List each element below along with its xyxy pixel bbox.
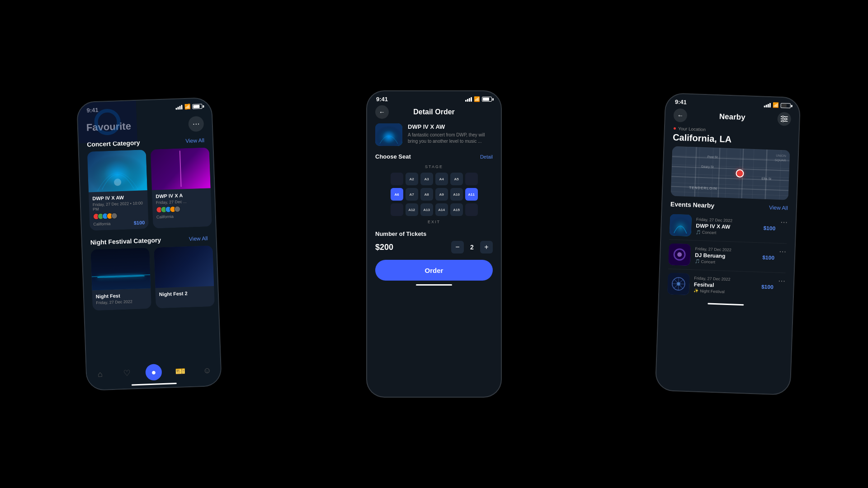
phone-detail-screen: 9:41 📶 ← Detail Order [367, 91, 501, 397]
event-card-2-info: DWP IV X A Friday, 27 Dec ... California [152, 188, 212, 223]
order-button[interactable]: Order [375, 260, 493, 281]
nearby-event-2[interactable]: Friday, 27 Dec 2022 DJ Beruang 🎵 Concert… [660, 239, 795, 273]
seat-A13[interactable]: A13 [420, 203, 433, 216]
seat-A9[interactable]: A9 [435, 188, 448, 201]
seat-r3-6 [465, 203, 478, 216]
map-street-post [672, 156, 790, 161]
concert-icon-1: 🎵 [696, 230, 701, 235]
nav-home[interactable]: ⌂ [92, 366, 108, 382]
preview-info: DWP IV X AW A fantastic concert from DWP… [408, 123, 493, 145]
svg-rect-18 [670, 214, 692, 237]
signal-bar-11 [768, 103, 769, 107]
map-union-label: UNION [775, 154, 786, 159]
event-card-1-price: $100 [134, 220, 145, 225]
signal-bar-3 [179, 106, 180, 109]
nearby-event-1-img-bg [670, 214, 692, 237]
nearby-event-3[interactable]: Friday, 27 Dec 2022 Fesitval ✨ Night Fes… [659, 269, 794, 302]
seat-A10[interactable]: A10 [450, 188, 463, 201]
seat-A8[interactable]: A8 [420, 188, 433, 201]
filter-button[interactable] [777, 112, 791, 126]
back-button[interactable]: ← [375, 105, 389, 119]
signal-bar-8 [471, 97, 472, 102]
svg-point-14 [782, 116, 784, 117]
nearby-event-3-more[interactable]: ⋯ [778, 277, 786, 286]
nav-favourite[interactable]: ♡ [118, 365, 135, 381]
signal-bar-12 [769, 103, 771, 108]
seat-A7[interactable]: A7 [406, 188, 418, 201]
signal-bar-4 [181, 105, 182, 109]
night-card-2[interactable]: Night Fest 2 [154, 245, 215, 308]
events-nearby-view-all[interactable]: View All [769, 204, 788, 211]
status-icons-3: 📶 [764, 102, 791, 109]
map-label-ellis: Ellis St [762, 177, 772, 180]
svg-point-16 [782, 120, 783, 122]
night-festival-icon: ✨ [693, 288, 698, 293]
seat-A11[interactable]: A11 [465, 188, 478, 201]
preview-name: DWP IV X AW [408, 123, 493, 130]
decrement-button[interactable]: − [451, 241, 464, 253]
nearby-back-button[interactable]: ← [673, 108, 687, 122]
event-preview: DWP IV X AW A fantastic concert from DWP… [367, 120, 501, 150]
svg-point-1 [114, 178, 122, 186]
nearby-event-2-price: $100 [762, 254, 774, 261]
battery-icon-2 [482, 97, 492, 102]
avatar-5 [111, 212, 118, 219]
night-card-1-name: Night Fest [96, 292, 147, 299]
seat-A2[interactable]: A2 [406, 173, 418, 185]
location-label-text: Your Location [678, 126, 706, 132]
map-label-post: Post St [708, 155, 718, 159]
seat-A6[interactable]: A6 [391, 188, 403, 201]
nearby-event-2-more[interactable]: ⋯ [779, 247, 787, 256]
avatar-10 [174, 206, 180, 212]
nearby-event-1-more[interactable]: ⋯ [780, 218, 788, 227]
seat-row-1: A2 A3 A4 A5 [391, 173, 478, 185]
seat-A3[interactable]: A3 [420, 173, 433, 185]
seat-A5[interactable]: A5 [450, 173, 463, 185]
battery-icon [192, 104, 202, 109]
seat-A15[interactable]: A15 [450, 203, 463, 216]
ticket-label: Number of Tickets [375, 230, 493, 237]
night-card-2-name: Night Fest 2 [159, 290, 211, 297]
battery-icon-3 [781, 103, 791, 108]
event-card-1-image [87, 150, 147, 192]
event-card-1[interactable]: DWP IV X AW Friday, 27 Dec 2022 • 10:00 … [87, 150, 149, 230]
detail-link[interactable]: Detail [480, 154, 493, 160]
scene: 9:41 📶 Favourite ⋯ [0, 0, 868, 488]
increment-button[interactable]: + [480, 241, 493, 253]
nearby-event-3-price: $100 [761, 284, 774, 291]
nearby-event-1[interactable]: Friday, 27 Dec 2022 DWP IV X AW 🎵 Concer… [661, 210, 796, 244]
night-card-2-info: Night Fest 2 [155, 286, 214, 302]
events-nearby-title: Events Nearby [670, 201, 715, 209]
nearby-event-3-image [667, 272, 690, 295]
status-icons-2: 📶 [465, 96, 492, 102]
seat-A12[interactable]: A12 [406, 203, 418, 216]
map-top-right: UNION SQUAR [774, 154, 786, 163]
event-card-1-avatars [93, 211, 145, 220]
night-cards: Night Fest Friday, 27 Dec 2022 Night Fes… [82, 245, 218, 311]
exit-label: EXIT [375, 220, 493, 224]
nav-tickets[interactable]: 🎫 [172, 363, 189, 380]
status-time-2: 9:41 [376, 96, 388, 103]
seat-A4[interactable]: A4 [435, 173, 448, 185]
seat-grid: A2 A3 A4 A5 A6 A7 A8 A9 A10 A11 [375, 173, 493, 216]
signal-bar-6 [467, 99, 468, 102]
dots-button[interactable]: ⋯ [188, 116, 204, 132]
svg-rect-4 [90, 248, 151, 290]
svg-point-15 [785, 118, 787, 120]
map-container[interactable]: Post St Geary St Ellis St TENDERLOIN UNI… [671, 146, 790, 200]
nearby-event-2-info: Friday, 27 Dec 2022 DJ Beruang 🎵 Concert [694, 246, 758, 266]
night-view-all[interactable]: View All [189, 235, 208, 242]
battery-fill-3 [782, 104, 787, 107]
nearby-title: Nearby [719, 112, 745, 122]
nearby-event-3-info: Friday, 27 Dec 2022 Fesitval ✨ Night Fes… [693, 276, 757, 295]
nav-profile[interactable]: ☺ [199, 362, 216, 379]
nearby-event-2-img-bg [668, 243, 691, 266]
event-card-2[interactable]: DWP IV X A Friday, 27 Dec ... California [151, 147, 212, 228]
battery-fill-2 [483, 98, 489, 101]
concert-view-all[interactable]: View All [185, 137, 204, 144]
night-card-1[interactable]: Night Fest Friday, 27 Dec 2022 [90, 248, 151, 310]
preview-desc: A fantastic concert from DWP, they will … [408, 132, 493, 145]
seat-A14[interactable]: A14 [435, 203, 448, 216]
nav-indicator [132, 383, 177, 385]
nav-explore[interactable]: ● [145, 364, 162, 380]
